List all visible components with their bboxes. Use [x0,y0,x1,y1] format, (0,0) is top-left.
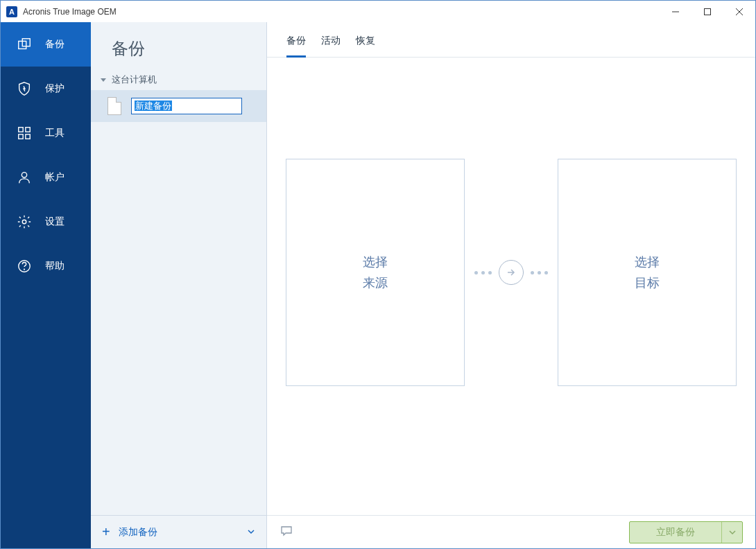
svg-rect-6 [19,128,23,132]
comments-icon[interactable] [280,524,293,541]
svg-point-10 [22,173,26,177]
nav-help[interactable]: 帮助 [1,244,91,288]
add-backup-label: 添加备份 [119,526,157,539]
nav-account-label: 帐户 [45,171,65,184]
sidebar-nav: 备份 保护 工具 帐户 设置 帮助 [1,22,91,548]
nav-tools-label: 工具 [45,127,65,139]
svg-rect-9 [26,134,30,139]
svg-rect-1 [705,8,711,15]
add-backup-button[interactable]: + 添加备份 [102,524,247,540]
plus-icon: + [102,524,110,540]
svg-point-13 [24,269,25,270]
select-source-box[interactable]: 选择 来源 [286,159,465,386]
nav-settings-label: 设置 [45,216,65,228]
app-icon: A [6,6,17,17]
nav-help-label: 帮助 [45,260,65,272]
nav-backup-label: 备份 [45,38,65,51]
maximize-button[interactable] [691,1,723,22]
shield-icon [16,80,33,97]
help-icon [16,258,33,274]
target-label-2: 目标 [635,274,660,291]
tree-this-pc-label: 这台计算机 [112,73,157,86]
titlebar: A Acronis True Image OEM [1,1,755,22]
nav-account[interactable]: 帐户 [1,155,91,200]
source-label-2: 来源 [363,274,388,291]
flow-arrow [474,260,548,285]
panel-title: 备份 [91,22,266,69]
backup-name-input[interactable]: 新建备份 [131,98,242,114]
chevron-down-icon [101,78,106,82]
app-title: Acronis True Image OEM [23,7,660,17]
backup-now-dropdown[interactable] [721,522,742,543]
user-icon [16,169,33,186]
target-label-1: 选择 [635,254,660,270]
source-label-1: 选择 [363,254,388,270]
backup-now-label: 立即备份 [630,526,721,539]
nav-settings[interactable]: 设置 [1,200,91,244]
file-icon [108,97,121,115]
backup-now-button[interactable]: 立即备份 [629,521,743,543]
nav-protection-label: 保护 [45,82,65,95]
backup-item[interactable]: 新建备份 [91,90,266,122]
add-backup-dropdown[interactable] [247,526,255,539]
svg-rect-7 [26,128,30,132]
tree-this-pc[interactable]: 这台计算机 [91,69,266,90]
svg-point-11 [22,220,26,224]
close-button[interactable] [723,1,755,22]
main-area: 备份 活动 恢复 选择 来源 选择 目标 [267,22,755,548]
nav-backup[interactable]: 备份 [1,22,91,67]
select-target-box[interactable]: 选择 目标 [558,159,737,386]
backup-icon [16,36,33,53]
arrow-right-icon [499,260,524,285]
nav-protection[interactable]: 保护 [1,67,91,111]
grid-icon [16,125,33,141]
nav-tools[interactable]: 工具 [1,111,91,155]
minimize-button[interactable] [660,1,691,22]
svg-rect-8 [19,134,23,139]
gear-icon [16,214,33,230]
backup-panel: 备份 这台计算机 新建备份 + 添加备份 [91,22,267,548]
